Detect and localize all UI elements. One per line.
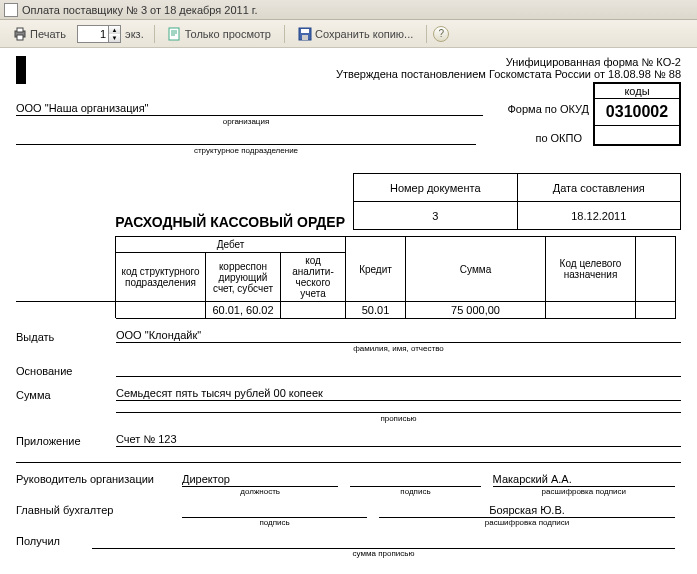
cell-target	[546, 302, 636, 319]
separator	[426, 25, 427, 43]
issue-under: фамилия, имя, отчество	[116, 344, 681, 353]
save-icon	[298, 27, 312, 41]
reason-label: Основание	[16, 365, 116, 377]
svg-rect-6	[302, 35, 308, 40]
codes-box: коды 0310002	[593, 82, 681, 146]
org-under-label: организация	[16, 117, 476, 126]
reason-value	[116, 363, 681, 377]
form-approved: Утверждена постановлением Госкомстата Ро…	[16, 68, 681, 80]
preview-icon	[168, 27, 182, 41]
okpo-label: по ОКПО	[476, 132, 586, 145]
codes-header: коды	[595, 84, 679, 99]
marker-bar	[16, 56, 26, 84]
acc-label: Главный бухгалтер	[16, 504, 176, 527]
docdate-val: 18.12.2011	[517, 202, 681, 230]
name-under2: расшифровка подписи	[379, 518, 675, 527]
cell-empty	[636, 302, 676, 319]
window-titlebar: Оплата поставщику № 3 от 18 декабря 2011…	[0, 0, 697, 20]
head-sig	[350, 473, 480, 487]
svg-rect-3	[169, 28, 179, 40]
docnum-table: Номер документа Дата составления 3 18.12…	[353, 173, 681, 230]
main-table: Дебет Кредит Сумма Код целевого назначен…	[16, 236, 676, 319]
save-copy-button[interactable]: Сохранить копию...	[291, 24, 420, 44]
copies-stepper[interactable]: ▲▼	[77, 24, 121, 44]
separator	[154, 25, 155, 43]
document-body: Унифицированная форма № КО-2 Утверждена …	[0, 48, 697, 566]
sumtxt-label: Сумма	[16, 389, 116, 401]
recv-label: Получил	[16, 535, 86, 558]
preview-label: Только просмотр	[185, 28, 271, 40]
sumtxt-line2	[116, 401, 681, 413]
doc-title: РАСХОДНЫЙ КАССОВЫЙ ОРДЕР	[16, 214, 353, 230]
issue-value: ООО "Клондайк"	[116, 329, 681, 343]
docnum-val: 3	[354, 202, 518, 230]
save-label: Сохранить копию...	[315, 28, 413, 40]
th-korr: корреспон дирующий счет, субсчет	[206, 253, 281, 302]
form-name: Унифицированная форма № КО-2	[16, 56, 681, 68]
window-title: Оплата поставщику № 3 от 18 декабря 2011…	[22, 0, 258, 20]
svg-rect-5	[301, 29, 309, 33]
spin-down[interactable]: ▼	[109, 34, 120, 42]
sumtxt-value: Семьдесят пять тысяч рублей 00 копеек	[116, 387, 681, 401]
head-label: Руководитель организации	[16, 473, 176, 496]
toolbar: Печать ▲▼ экз. Только просмотр Сохранить…	[0, 20, 697, 48]
th-target: Код целевого назначения	[546, 237, 636, 302]
cell-kredit: 50.01	[346, 302, 406, 319]
docdate-hdr: Дата составления	[517, 174, 681, 202]
okud-label: Форма по ОКУД	[483, 103, 593, 116]
recv-under: сумма прописью	[92, 549, 675, 558]
name-under1: расшифровка подписи	[493, 487, 675, 496]
printer-icon	[13, 27, 27, 41]
sig-under2: подпись	[182, 518, 367, 527]
pos-under: должность	[182, 487, 338, 496]
th-struct: код структурного подразделения	[116, 253, 206, 302]
cell-korr: 60.01, 60.02	[206, 302, 281, 319]
attach-value: Счет № 123	[116, 433, 681, 447]
copies-label: экз.	[125, 28, 144, 40]
attach-line2	[16, 451, 681, 463]
separator	[284, 25, 285, 43]
issue-label: Выдать	[16, 331, 116, 343]
copies-input[interactable]	[77, 25, 109, 43]
cell-analyt	[281, 302, 346, 319]
attach-label: Приложение	[16, 435, 116, 447]
form-header: Унифицированная форма № КО-2 Утверждена …	[16, 56, 681, 80]
sub-under-label: структурное подразделение	[16, 146, 476, 155]
cell-struct	[116, 302, 206, 319]
acc-name: Боярская Ю.В.	[379, 504, 675, 518]
th-debet: Дебет	[116, 237, 346, 253]
head-name: Макарский А.А.	[493, 473, 675, 487]
print-button[interactable]: Печать	[6, 24, 73, 44]
help-button[interactable]: ?	[433, 26, 449, 42]
sumtxt-under: прописью	[116, 414, 681, 423]
th-analyt: код аналити- ческого учета	[281, 253, 346, 302]
sig-under1: подпись	[350, 487, 480, 496]
head-position: Директор	[182, 473, 338, 487]
acc-sig	[182, 504, 367, 518]
okud-code: 0310002	[595, 99, 679, 126]
preview-button[interactable]: Только просмотр	[161, 24, 278, 44]
recv-line	[92, 535, 675, 549]
organization-name: ООО "Наша организация"	[16, 102, 483, 116]
spin-up[interactable]: ▲	[109, 26, 120, 34]
subdivision-line	[16, 143, 476, 145]
th-sum: Сумма	[406, 237, 546, 302]
th-kredit: Кредит	[346, 237, 406, 302]
docnum-hdr: Номер документа	[354, 174, 518, 202]
window-icon	[4, 3, 18, 17]
svg-rect-2	[17, 35, 23, 40]
okpo-code	[595, 126, 679, 144]
print-label: Печать	[30, 28, 66, 40]
svg-rect-1	[17, 28, 23, 32]
cell-sum: 75 000,00	[406, 302, 546, 319]
